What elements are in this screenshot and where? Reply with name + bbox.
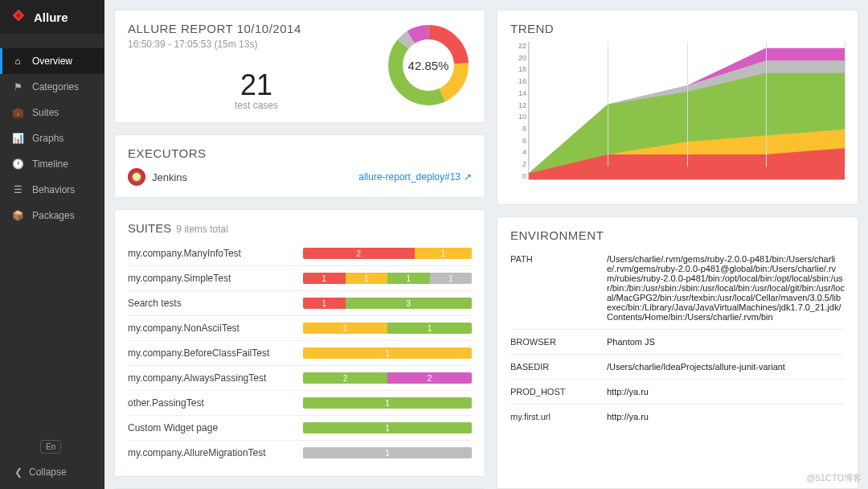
- suite-bar: 1111: [303, 273, 472, 284]
- chevron-left-icon: ❮: [14, 466, 23, 478]
- env-row: PROD_HOSThttp://ya.ru: [510, 379, 845, 404]
- trend-title: TREND: [510, 22, 845, 35]
- environment-title: ENVIRONMENT: [510, 228, 845, 242]
- nav-label: Categories: [32, 81, 79, 92]
- allure-logo-icon: [10, 8, 27, 26]
- nav-item-overview[interactable]: ⌂Overview: [0, 48, 104, 74]
- nav-label: Graphs: [32, 133, 63, 144]
- sidebar: Allure ⌂Overview⚑Categories💼Suites📊Graph…: [0, 0, 104, 489]
- seg-passed: 1: [303, 397, 472, 409]
- suite-name: other.PassingTest: [128, 397, 295, 409]
- report-time: 16:50:39 - 17:05:53 (15m 13s): [128, 39, 385, 50]
- seg-passed: 1: [303, 422, 472, 434]
- suite-name: my.company.AlwaysPassingTest: [128, 372, 295, 384]
- seg-failed: 2: [303, 248, 415, 259]
- nav-label: Suites: [32, 107, 59, 118]
- env-key: PROD_HOST: [510, 387, 607, 397]
- seg-broken: 1: [303, 323, 387, 334]
- environment-card: ENVIRONMENT PATH/Users/charlie/.rvm/gems…: [497, 216, 858, 489]
- nav-item-behaviors[interactable]: ☰Behaviors: [0, 177, 104, 203]
- suites-card: SUITES 9 items total my.company.ManyInfo…: [114, 209, 485, 477]
- suite-row[interactable]: Custom Widget page1: [128, 415, 472, 440]
- suite-bar: 21: [303, 248, 472, 259]
- env-value: http://ya.ru: [607, 412, 845, 421]
- suite-name: my.company.SimpleTest: [128, 273, 295, 284]
- env-row: PATH/Users/charlie/.rvm/gems/ruby-2.0.0-…: [510, 247, 845, 329]
- summary-card: ALLURE REPORT 10/10/2014 16:50:39 - 17:0…: [114, 10, 485, 123]
- grid-line: [608, 42, 608, 166]
- seg-broken: 1: [346, 273, 388, 284]
- briefcase-icon: 💼: [11, 107, 24, 118]
- brand-text: Allure: [34, 10, 68, 24]
- env-key: BROWSER: [510, 337, 607, 347]
- seg-failed: 1: [303, 273, 346, 284]
- suites-subtitle: 9 items total: [176, 224, 228, 235]
- suite-row[interactable]: my.company.AllureMigrationTest1: [128, 440, 472, 465]
- package-icon: 📦: [11, 210, 24, 221]
- grid-line: [845, 42, 845, 166]
- brand: Allure: [0, 0, 104, 34]
- seg-passed: 1: [387, 323, 472, 334]
- env-value: http://ya.ru: [607, 387, 845, 397]
- executors-title: EXECUTORS: [128, 146, 472, 160]
- seg-passed: 1: [387, 273, 430, 284]
- executor-build-link[interactable]: allure-report_deploy#13 ↗: [358, 171, 472, 183]
- collapse-button[interactable]: ❮ Collapse: [8, 462, 96, 483]
- suite-row[interactable]: my.company.BeforeClassFailTest1: [128, 340, 472, 365]
- status-donut: 42.85%: [385, 22, 472, 109]
- env-value: /Users/charlie/.rvm/gems/ruby-2.0.0-p481…: [607, 254, 845, 322]
- suite-name: my.company.NonAsciiTest: [128, 323, 295, 334]
- suite-name: my.company.AllureMigrationTest: [128, 447, 295, 458]
- suites-title: SUITES: [128, 221, 171, 235]
- nav: ⌂Overview⚑Categories💼Suites📊Graphs🕐Timel…: [0, 34, 104, 434]
- language-selector[interactable]: En: [40, 440, 61, 454]
- suite-row[interactable]: my.company.AlwaysPassingTest22: [128, 365, 472, 390]
- suite-row[interactable]: my.company.SimpleTest1111: [128, 265, 472, 290]
- nav-label: Timeline: [32, 158, 68, 170]
- report-title: ALLURE REPORT 10/10/2014: [128, 22, 385, 35]
- list-icon: ☰: [11, 184, 24, 195]
- nav-item-suites[interactable]: 💼Suites: [0, 100, 104, 125]
- suite-bar: 22: [303, 372, 472, 384]
- suite-bar: 1: [303, 422, 472, 434]
- collapse-label: Collapse: [29, 466, 67, 478]
- suite-bar: 1: [303, 347, 472, 359]
- suite-bar: 1: [303, 397, 472, 409]
- suite-row[interactable]: my.company.NonAsciiTest11: [128, 315, 472, 340]
- seg-failed: 1: [303, 298, 346, 309]
- suite-row[interactable]: other.PassingTest1: [128, 390, 472, 415]
- seg-unknown: 2: [387, 372, 472, 384]
- env-value: /Users/charlie/IdeaProjects/allure-junit…: [607, 362, 845, 372]
- suite-name: my.company.BeforeClassFailTest: [128, 347, 295, 359]
- nav-label: Overview: [32, 55, 72, 67]
- nav-item-timeline[interactable]: 🕐Timeline: [0, 151, 104, 177]
- pass-percentage: 42.85%: [385, 22, 472, 109]
- env-key: my.first.url: [510, 412, 607, 421]
- env-value: Phantom JS: [607, 337, 845, 347]
- jenkins-icon: [128, 168, 145, 186]
- grid-line: [687, 42, 688, 166]
- suite-bar: 13: [303, 298, 472, 309]
- env-row: my.first.urlhttp://ya.ru: [510, 404, 845, 429]
- flag-icon: ⚑: [11, 81, 24, 92]
- nav-label: Behaviors: [32, 184, 75, 195]
- env-key: BASEDIR: [510, 362, 607, 372]
- chart-icon: 📊: [11, 133, 24, 144]
- nav-item-categories[interactable]: ⚑Categories: [0, 74, 104, 100]
- nav-item-packages[interactable]: 📦Packages: [0, 203, 104, 228]
- suite-name: my.company.ManyInfoTest: [128, 248, 295, 259]
- executors-card: EXECUTORS Jenkins allure-report_deploy#1…: [114, 134, 485, 198]
- home-icon: ⌂: [11, 55, 24, 67]
- external-link-icon: ↗: [464, 171, 472, 183]
- clock-icon: 🕐: [11, 158, 24, 170]
- test-count-label: test cases: [128, 100, 385, 111]
- trend-card: TREND 0246810121416182022: [497, 10, 858, 205]
- executor-name: Jenkins: [152, 171, 187, 183]
- suite-row[interactable]: Search tests13: [128, 290, 472, 315]
- nav-label: Packages: [32, 210, 75, 221]
- seg-broken: 1: [415, 248, 472, 259]
- nav-item-graphs[interactable]: 📊Graphs: [0, 125, 104, 151]
- suite-row[interactable]: my.company.ManyInfoTest21: [128, 241, 472, 265]
- grid-line: [766, 42, 767, 166]
- env-key: PATH: [510, 254, 607, 322]
